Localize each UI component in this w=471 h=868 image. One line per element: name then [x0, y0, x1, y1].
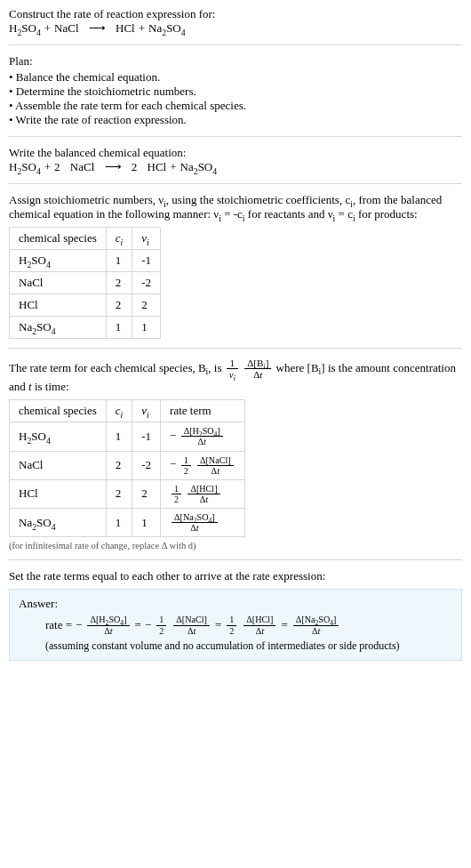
cell-c: 1 [106, 317, 132, 339]
cell-v: -2 [132, 451, 161, 479]
cell-c: 1 [106, 250, 132, 272]
txt: SO [166, 21, 181, 35]
txt: Na [180, 160, 194, 173]
inf-note: (for infinitesimal rate of change, repla… [9, 541, 462, 551]
table-row: H2SO4 1 -1 − Δ[H2SO4]Δt [10, 422, 245, 451]
cell-c: 2 [106, 479, 132, 508]
txt: = -c [221, 207, 243, 221]
balanced-title: Write the balanced chemical equation: [9, 146, 462, 160]
txt: = c [335, 207, 353, 221]
table-row: Na2SO4 1 1 Δ[Na2SO4]Δt [10, 509, 245, 537]
table-row: Na2SO4 1 1 [10, 317, 161, 339]
table-row: chemical species ci νi [10, 228, 161, 250]
divider [9, 183, 462, 184]
txt: rate = [45, 618, 72, 632]
col-species: chemical species [10, 228, 107, 250]
table-row: chemical species ci νi rate term [10, 400, 245, 422]
txt: Na [148, 21, 162, 35]
rate-expression: rate = − Δ[H2SO4]Δt = − 12 Δ[NaCl]Δt = 1… [19, 615, 452, 635]
fraction: Δ[Bi] Δt [244, 358, 271, 380]
cell-rate: − 12 Δ[NaCl]Δt [161, 451, 245, 479]
plus: + [44, 21, 51, 36]
plan-item: Assemble the rate term for each chemical… [9, 99, 462, 113]
txt: SO [21, 21, 36, 35]
eq: = [135, 618, 141, 632]
divider [9, 348, 462, 349]
col-species: chemical species [10, 400, 107, 422]
txt: , is [208, 361, 224, 374]
table-row: NaCl 2 -2 − 12 Δ[NaCl]Δt [10, 451, 245, 479]
arrow-icon: ⟶ [89, 21, 106, 36]
cell-v: 2 [132, 294, 161, 317]
cell-c: 2 [106, 294, 132, 317]
cell-species: H2SO4 [10, 422, 107, 451]
answer-label: Answer: [19, 597, 452, 611]
txt: where [B [276, 361, 319, 374]
plus: + [139, 21, 145, 36]
txt: The rate term for each chemical species,… [9, 361, 206, 374]
rate-term-text: The rate term for each chemical species,… [9, 358, 462, 394]
cell-v: 1 [132, 509, 161, 537]
cell-v: 2 [132, 479, 161, 508]
txt: for reactants and ν [245, 207, 333, 221]
cell-v: -2 [132, 272, 161, 294]
table-row: HCl 2 2 [10, 294, 161, 317]
table-row: NaCl 2 -2 [10, 272, 161, 294]
fraction: 1 νi [227, 358, 238, 380]
cell-species: H2SO4 [10, 250, 107, 272]
set-equal-text: Set the rate terms equal to each other t… [9, 569, 462, 583]
assumption-text: (assuming constant volume and no accumul… [19, 639, 452, 653]
cell-v: -1 [132, 250, 161, 272]
plan-title: Plan: [9, 54, 462, 68]
col-rate: rate term [161, 400, 245, 422]
plan-list: Balance the chemical equation. Determine… [9, 70, 462, 127]
txt: Assign stoichiometric numbers, ν [9, 193, 164, 206]
rate-table: chemical species ci νi rate term H2SO4 1… [9, 399, 245, 537]
balanced-equation: H2SO4 + 2 NaCl ⟶ 2 HCl + Na2SO4 [9, 160, 462, 174]
arrow-icon: ⟶ [105, 160, 122, 174]
construct-line: Construct the rate of reaction expressio… [9, 7, 462, 21]
cell-c: 2 [106, 451, 132, 479]
table-row: HCl 2 2 12 Δ[HCl]Δt [10, 479, 245, 508]
cell-species: NaCl [10, 451, 107, 479]
cell-v: 1 [132, 317, 161, 339]
col-v: νi [132, 228, 161, 250]
cell-species: Na2SO4 [10, 317, 107, 339]
cell-rate: − Δ[H2SO4]Δt [161, 422, 245, 451]
divider [9, 136, 462, 137]
coef: 2 [54, 160, 60, 174]
col-c: ci [106, 228, 132, 250]
cell-species: Na2SO4 [10, 509, 107, 537]
txt: H [9, 160, 17, 173]
plan-item: Write the rate of reaction expression. [9, 113, 462, 127]
plus: + [170, 160, 176, 174]
table-row: H2SO4 1 -1 [10, 250, 161, 272]
cell-species: NaCl [10, 272, 107, 294]
divider [9, 559, 462, 560]
divider [9, 44, 462, 45]
cell-rate: Δ[Na2SO4]Δt [161, 509, 245, 537]
txt: SO [21, 160, 36, 173]
txt: is time: [32, 380, 69, 393]
cell-species: HCl [10, 479, 107, 508]
nacl: NaCl [54, 21, 78, 36]
txt: SO [198, 160, 213, 173]
cell-species: HCl [10, 294, 107, 317]
coef: 2 [132, 160, 138, 174]
plan-item: Determine the stoichiometric numbers. [9, 84, 462, 99]
answer-box: Answer: rate = − Δ[H2SO4]Δt = − 12 Δ[NaC… [9, 589, 462, 660]
col-v: νi [132, 400, 161, 422]
cell-c: 2 [106, 272, 132, 294]
txt: for products: [355, 207, 418, 221]
cell-c: 1 [106, 509, 132, 537]
txt: , using the stoichiometric coefficients,… [166, 193, 350, 206]
unbalanced-equation: H2SO4 + NaCl ⟶ HCl + Na2SO4 [9, 21, 462, 36]
plus: + [44, 160, 51, 174]
stoich-table: chemical species ci νi H2SO4 1 -1 NaCl 2… [9, 227, 161, 339]
plan-item: Balance the chemical equation. [9, 70, 462, 84]
eq: = [281, 618, 287, 632]
hcl: HCl [148, 160, 167, 174]
cell-rate: 12 Δ[HCl]Δt [161, 479, 245, 508]
col-c: ci [106, 400, 132, 422]
hcl: HCl [116, 21, 135, 36]
